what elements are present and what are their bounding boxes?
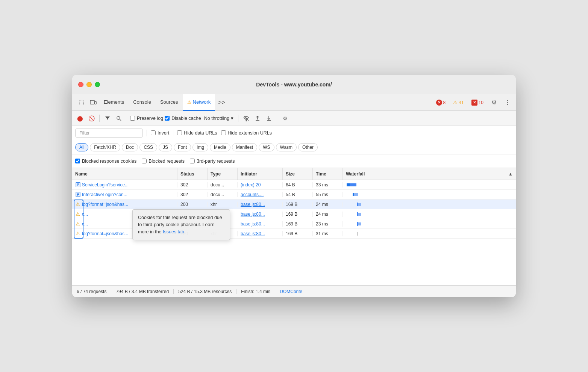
th-status[interactable]: Status — [177, 168, 208, 180]
network-settings-button[interactable]: ⚙ — [280, 113, 290, 123]
resource-btn-manifest[interactable]: Manifest — [232, 143, 257, 151]
initiator-link[interactable]: base.js:80... — [241, 202, 265, 207]
blocked-requests-label[interactable]: Blocked requests — [142, 159, 185, 164]
hide-extension-urls-checkbox-label[interactable]: Hide extension URLs — [221, 130, 272, 136]
preserve-log-checkbox[interactable] — [130, 116, 135, 121]
filter-input-wrap — [75, 129, 143, 138]
status-bar: 6 / 74 requests 794 B / 3.4 MB transferr… — [72, 285, 516, 297]
td-waterfall — [343, 201, 516, 207]
disable-cache-checkbox[interactable] — [165, 116, 170, 121]
resource-btn-doc[interactable]: Doc — [122, 143, 138, 151]
initiator-link[interactable]: base.js:80... — [241, 231, 265, 236]
x-icon: ✕ — [436, 100, 442, 106]
warning-badge-icon: ⚠ — [453, 100, 458, 105]
tab-console[interactable]: Console — [129, 94, 156, 111]
filter-input[interactable] — [75, 129, 143, 138]
resource-btn-fetch-xhr[interactable]: Fetch/XHR — [90, 143, 120, 151]
network-table: Name Status Type Initiator Size Time Wat… — [72, 168, 516, 285]
warning-icon: ⚠ — [75, 221, 80, 227]
third-party-requests-label[interactable]: 3rd-party requests — [190, 159, 235, 164]
more-options-icon[interactable]: ⋮ — [502, 97, 513, 108]
hide-data-urls-checkbox[interactable] — [177, 130, 182, 135]
td-type: xhr — [208, 202, 238, 207]
network-conditions-button[interactable] — [241, 113, 251, 123]
initiator-link[interactable]: base.js:80... — [241, 221, 265, 227]
resource-btn-font[interactable]: Font — [174, 143, 191, 151]
td-size: 64 B — [283, 182, 313, 188]
resource-btn-ws[interactable]: WS — [259, 143, 274, 151]
resource-btn-css[interactable]: CSS — [139, 143, 157, 151]
td-size: 54 B — [283, 192, 313, 197]
invert-checkbox[interactable] — [151, 130, 156, 135]
td-initiator: base.js:80... — [238, 221, 283, 227]
clear-button[interactable]: 🚫 — [86, 113, 96, 123]
table-row[interactable]: ⚠ log?format=json&has... 200 xhr base.js… — [72, 200, 516, 209]
td-time: 24 ms — [313, 212, 343, 217]
th-size[interactable]: Size — [283, 168, 313, 180]
table-row[interactable]: ServiceLogin?service... 302 docu... (ind… — [72, 180, 516, 190]
cookie-blocked-tooltip: Cookies for this request are blocked due… — [132, 209, 230, 240]
close-button[interactable] — [78, 82, 83, 87]
throttle-select[interactable]: No throttling ▾ — [203, 115, 235, 122]
settings-icon[interactable]: ⚙ — [489, 97, 499, 108]
resource-btn-media[interactable]: Media — [210, 143, 230, 151]
minimize-button[interactable] — [86, 82, 92, 87]
error-badge-dark-red: ✕ 10 — [469, 99, 486, 106]
th-type[interactable]: Type — [208, 168, 238, 180]
sort-arrow-icon: ▲ — [508, 171, 513, 177]
blocked-response-cookies-label[interactable]: Blocked response cookies — [75, 159, 136, 164]
device-icon[interactable] — [87, 97, 99, 109]
th-time[interactable]: Time — [313, 168, 343, 180]
tab-bar: ⬚ Elements Console Sources ⚠ Network >> — [72, 94, 516, 111]
x-square-icon: ✕ — [471, 100, 477, 106]
th-initiator[interactable]: Initiator — [238, 168, 283, 180]
maximize-button[interactable] — [95, 82, 100, 87]
invert-checkbox-label[interactable]: Invert — [151, 130, 169, 136]
warning-icon: ⚠ — [75, 231, 80, 236]
th-name[interactable]: Name — [72, 168, 177, 180]
transferred-size: 794 B / 3.4 MB transferred — [111, 289, 174, 294]
stop-recording-button[interactable]: ⬤ — [75, 113, 85, 123]
td-type: docu... — [208, 192, 238, 197]
td-waterfall — [343, 192, 516, 198]
resource-btn-all[interactable]: All — [75, 143, 88, 151]
svg-line-3 — [120, 119, 121, 121]
initiator-link[interactable]: base.js:80... — [241, 212, 265, 217]
requests-count: 6 / 74 requests — [75, 289, 111, 294]
disable-cache-checkbox-label[interactable]: Disable cache — [165, 116, 201, 121]
tab-more-button[interactable]: >> — [215, 99, 228, 106]
import-har-button[interactable] — [253, 113, 262, 123]
resource-btn-js[interactable]: JS — [159, 143, 172, 151]
table-row[interactable]: InteractiveLogin?con... 302 docu... acco… — [72, 190, 516, 200]
issues-tab-link[interactable]: Issues tab — [163, 229, 184, 234]
initiator-link[interactable]: (index):20 — [241, 182, 261, 188]
td-name: ⚠ log?format=json&has... — [72, 202, 177, 207]
devtools-window: DevTools - www.youtube.com/ ⬚ Elements C… — [72, 75, 516, 297]
tab-network[interactable]: ⚠ Network — [183, 94, 215, 111]
search-button[interactable] — [114, 113, 124, 123]
th-waterfall[interactable]: Waterfall ▲ — [343, 168, 516, 180]
hide-data-urls-checkbox-label[interactable]: Hide data URLs — [177, 130, 217, 136]
hide-extension-urls-checkbox[interactable] — [221, 130, 226, 135]
tab-sources[interactable]: Sources — [156, 94, 183, 111]
filter-divider-2 — [173, 130, 173, 136]
cursor-icon[interactable]: ⬚ — [75, 97, 87, 109]
filter-icon-button[interactable] — [103, 113, 112, 123]
resource-btn-other[interactable]: Other — [298, 143, 318, 151]
blocked-requests-checkbox[interactable] — [142, 159, 147, 163]
third-party-requests-checkbox[interactable] — [190, 159, 195, 163]
td-status: 200 — [177, 202, 208, 207]
blocked-response-cookies-checkbox[interactable] — [75, 159, 80, 163]
td-size: 169 B — [283, 221, 313, 227]
tab-network-warning-icon: ⚠ — [187, 100, 191, 105]
toolbar-divider-4 — [277, 115, 277, 122]
td-type: docu... — [208, 182, 238, 188]
preserve-log-checkbox-label[interactable]: Preserve log — [130, 116, 163, 121]
td-size: 169 B — [283, 212, 313, 217]
td-initiator: (index):20 — [238, 182, 283, 188]
export-har-button[interactable] — [264, 113, 274, 123]
tab-elements[interactable]: Elements — [99, 94, 129, 111]
initiator-link[interactable]: accounts.... — [241, 192, 264, 197]
resource-btn-img[interactable]: Img — [192, 143, 208, 151]
resource-btn-wasm[interactable]: Wasm — [276, 143, 297, 151]
